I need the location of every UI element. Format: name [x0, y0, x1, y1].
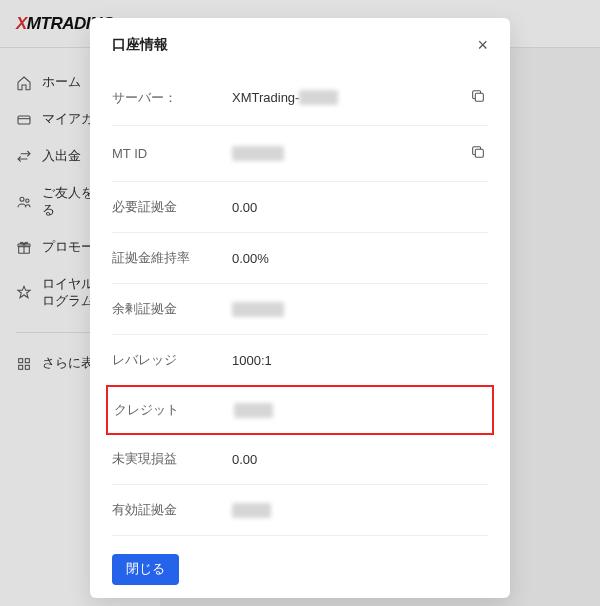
info-row: 未実現損益0.00 — [112, 434, 488, 485]
info-row: 証拠金維持率0.00% — [112, 233, 488, 284]
row-value: 0.00% — [232, 251, 468, 266]
modal-footer: 閉じる — [112, 536, 488, 585]
modal-rows: サーバー：XMTrading-xxxxxxMT IDxxxxxxxx必要証拠金0… — [112, 70, 488, 536]
row-value: xxxxxx — [234, 403, 466, 418]
blurred-value: xxxxxx — [232, 503, 271, 518]
row-label: クレジット — [114, 401, 234, 419]
info-row: 余剰証拠金xxxxxxxx — [112, 284, 488, 335]
row-label: 有効証拠金 — [112, 501, 232, 519]
blurred-value: xxxxxx — [299, 90, 338, 105]
copy-icon[interactable] — [468, 86, 488, 109]
info-row: サーバー：XMTrading-xxxxxx — [112, 70, 488, 126]
modal-overlay: 口座情報 × サーバー：XMTrading-xxxxxxMT IDxxxxxxx… — [0, 0, 600, 606]
row-label: 余剰証拠金 — [112, 300, 232, 318]
row-label: 証拠金維持率 — [112, 249, 232, 267]
row-label: 必要証拠金 — [112, 198, 232, 216]
close-button[interactable]: 閉じる — [112, 554, 179, 585]
modal-header: 口座情報 × — [112, 36, 488, 70]
row-value: XMTrading-xxxxxx — [232, 90, 468, 105]
row-label: サーバー： — [112, 89, 232, 107]
blurred-value: xxxxxx — [234, 403, 273, 418]
info-row: MT IDxxxxxxxx — [112, 126, 488, 182]
row-label: MT ID — [112, 146, 232, 161]
row-value: 0.00 — [232, 200, 468, 215]
info-row: 必要証拠金0.00 — [112, 182, 488, 233]
account-info-modal: 口座情報 × サーバー：XMTrading-xxxxxxMT IDxxxxxxx… — [90, 18, 510, 598]
info-row: 有効証拠金xxxxxx — [112, 485, 488, 536]
modal-title: 口座情報 — [112, 36, 168, 54]
svg-rect-10 — [475, 149, 483, 157]
row-value: xxxxxx — [232, 503, 468, 518]
blurred-value: xxxxxxxx — [232, 302, 284, 317]
svg-rect-9 — [475, 93, 483, 101]
row-label: レバレッジ — [112, 351, 232, 369]
row-value: 0.00 — [232, 452, 468, 467]
row-label: 未実現損益 — [112, 450, 232, 468]
info-row: レバレッジ1000:1 — [112, 335, 488, 386]
info-row: クレジットxxxxxx — [106, 385, 494, 435]
blurred-value: xxxxxxxx — [232, 146, 284, 161]
row-value: xxxxxxxx — [232, 302, 468, 317]
row-value: 1000:1 — [232, 353, 468, 368]
row-value: xxxxxxxx — [232, 146, 468, 161]
close-icon[interactable]: × — [477, 36, 488, 54]
copy-icon[interactable] — [468, 142, 488, 165]
